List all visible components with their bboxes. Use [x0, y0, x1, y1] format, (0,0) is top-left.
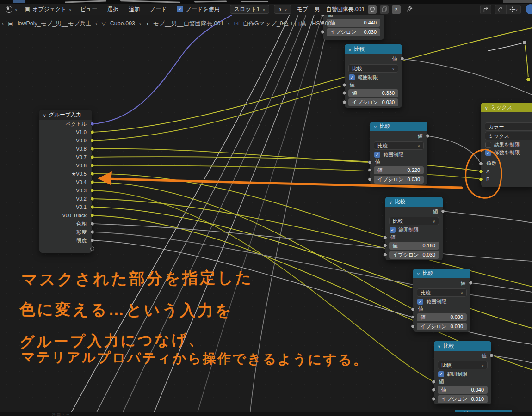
factor-socket[interactable]	[479, 161, 483, 165]
blend-mode-dropdown[interactable]: ミックス	[485, 132, 532, 140]
menu-view[interactable]: ビュー	[76, 5, 102, 14]
menu-add[interactable]: 追加	[124, 5, 144, 14]
use-nodes-checkbox[interactable]: ✓ ノードを使用	[173, 6, 223, 13]
collapse-chevron-icon[interactable]: ∨	[389, 200, 392, 205]
clamp-checkbox[interactable]: ✓範囲制限	[434, 370, 491, 378]
color-socket[interactable]	[90, 164, 94, 168]
pin-icon[interactable]	[406, 6, 413, 13]
compare-node-5[interactable]: ∨比較 値 比較∨ ✓範囲制限 値 値0.040 イプシロン0.010	[434, 341, 491, 404]
value-socket[interactable]	[411, 324, 415, 329]
snap-target-dropdown[interactable]: ∨	[506, 5, 521, 14]
value-socket[interactable]	[383, 253, 387, 257]
collapse-chevron-icon[interactable]: ∨	[485, 106, 488, 110]
clamp-checkbox[interactable]: ✓範囲制限	[345, 73, 402, 81]
go-to-parent-button[interactable]	[480, 5, 491, 14]
group-input-node[interactable]: ∨ グループ入力 ベクトル V1.0 V0.9 V0.8 V0.7 V0.6 ★…	[39, 110, 92, 253]
color-socket[interactable]	[90, 147, 94, 151]
overlays-toggle-icon[interactable]	[526, 4, 532, 14]
color-socket[interactable]	[90, 139, 94, 143]
value-socket[interactable]	[368, 168, 372, 172]
value-field[interactable]: 値0.080	[417, 313, 467, 321]
value-socket[interactable]	[90, 239, 94, 243]
unlink-material-button[interactable]: ×	[392, 5, 401, 14]
material-name-field[interactable]: モブ__男__自警団隊長.001	[297, 6, 365, 13]
value-socket[interactable]	[342, 91, 346, 95]
breadcrumb-nodegroup[interactable]: 自作Gマップ_9色＋白黒＋HSV.004	[243, 20, 334, 28]
output-socket[interactable]	[426, 134, 430, 138]
menu-node[interactable]: ノード	[146, 5, 171, 14]
clamp-checkbox[interactable]: ✓範囲制限	[385, 226, 443, 234]
value-socket[interactable]	[368, 177, 372, 182]
operation-dropdown[interactable]: 比較∨	[374, 141, 424, 150]
color-socket[interactable]	[90, 155, 94, 159]
slot-dropdown[interactable]: スロット1 ∨	[230, 5, 270, 14]
operation-dropdown[interactable]: 比較∨	[348, 64, 398, 73]
value-socket[interactable]	[368, 160, 372, 164]
breadcrumb-mesh[interactable]: Cube.093	[110, 20, 135, 27]
compare-node-2[interactable]: ∨比較 値 比較∨ ✓範囲制限 値 値0.220 イプシロン0.030	[370, 122, 427, 185]
output-socket[interactable]	[469, 281, 473, 285]
operation-dropdown[interactable]: 比較∨	[417, 288, 467, 297]
epsilon-field[interactable]: イプシロン0.030	[327, 28, 380, 36]
object-mode-dropdown[interactable]: ▣ オブジェクト ∨	[22, 5, 74, 14]
clamp-factor-checkbox[interactable]: ✓係数を制限	[481, 149, 532, 157]
clamp-result-checkbox[interactable]: 結果を制限	[481, 141, 532, 149]
epsilon-field[interactable]: イプシロン0.030	[348, 98, 398, 106]
color-socket[interactable]	[90, 172, 94, 176]
menu-select[interactable]: 選択	[103, 5, 123, 14]
value-socket[interactable]	[90, 230, 94, 234]
compare-node-1[interactable]: ∨比較 値 比較∨ ✓範囲制限 値 値0.330 イプシロン0.030	[345, 44, 402, 108]
value-socket[interactable]	[432, 388, 436, 392]
color-socket[interactable]	[90, 130, 94, 135]
a-socket[interactable]	[479, 169, 483, 173]
mix-node[interactable]: ∨ミックス カラー ミックス 結果を制限 ✓係数を制限 係数 A B	[481, 103, 532, 187]
collapse-chevron-icon[interactable]: ∨	[43, 113, 46, 118]
output-socket[interactable]	[400, 57, 404, 61]
color-socket[interactable]	[90, 180, 94, 184]
value-socket[interactable]	[432, 379, 436, 384]
operation-dropdown[interactable]: 比較∨	[389, 217, 439, 225]
value-socket[interactable]	[342, 83, 346, 87]
value-field[interactable]: 値0.330	[348, 89, 398, 97]
material-browse-dropdown[interactable]: ◑ ∨	[274, 5, 291, 14]
color-socket[interactable]	[90, 189, 94, 193]
breadcrumb-material[interactable]: モブ__男__自警団隊長.001	[153, 20, 224, 28]
value-socket[interactable]	[342, 100, 346, 104]
output-socket[interactable]	[489, 354, 494, 358]
value-field[interactable]: 値0.220	[374, 166, 424, 174]
value-socket[interactable]	[432, 397, 436, 401]
epsilon-field[interactable]: イプシロン0.030	[374, 176, 424, 184]
epsilon-field[interactable]: イプシロン0.010	[438, 395, 488, 403]
vector-socket[interactable]	[90, 122, 94, 126]
value-socket[interactable]	[90, 222, 94, 226]
value-socket[interactable]	[383, 235, 387, 239]
data-type-dropdown[interactable]: カラー	[485, 122, 532, 131]
color-socket[interactable]	[90, 205, 94, 209]
b-socket[interactable]	[479, 177, 483, 182]
operation-dropdown[interactable]: 比較∨	[438, 361, 488, 369]
breadcrumb-object[interactable]: lowPoly_モブ_男__モブ兵士	[18, 20, 92, 28]
fake-user-shield-button[interactable]	[368, 5, 377, 14]
snap-toggle-button[interactable]	[495, 5, 506, 14]
color-socket[interactable]	[90, 197, 94, 201]
value-socket[interactable]	[411, 307, 415, 311]
editor-type-selector[interactable]: ∨	[3, 5, 20, 14]
value-socket[interactable]	[411, 315, 415, 319]
compare-node-3[interactable]: ∨比較 値 比較∨ ✓範囲制限 値 値0.160 イプシロン0.030	[385, 197, 443, 260]
value-field[interactable]: 値0.160	[389, 242, 439, 250]
epsilon-field[interactable]: イプシロン0.030	[389, 251, 439, 259]
duplicate-material-button[interactable]	[380, 5, 389, 14]
virtual-socket[interactable]	[90, 247, 94, 251]
collapse-chevron-icon[interactable]: ∨	[417, 272, 420, 276]
collapse-chevron-icon[interactable]: ∨	[438, 344, 441, 349]
value-field[interactable]: 値0.440	[327, 19, 380, 27]
value-field[interactable]: 値0.040	[438, 386, 488, 394]
value-socket[interactable]	[321, 30, 325, 34]
collapse-chevron-icon[interactable]: ∨	[348, 48, 352, 52]
collapse-chevron-icon[interactable]: ∨	[374, 125, 377, 129]
clamp-checkbox[interactable]: ✓範囲制限	[370, 151, 427, 159]
compare-node-4[interactable]: ∨比較 値 比較∨ ✓範囲制限 値 値0.080 イプシロン0.030	[413, 269, 470, 332]
output-socket[interactable]	[441, 209, 445, 214]
clamp-checkbox[interactable]: ✓範囲制限	[413, 298, 470, 306]
epsilon-field[interactable]: イプシロン0.030	[417, 323, 467, 330]
